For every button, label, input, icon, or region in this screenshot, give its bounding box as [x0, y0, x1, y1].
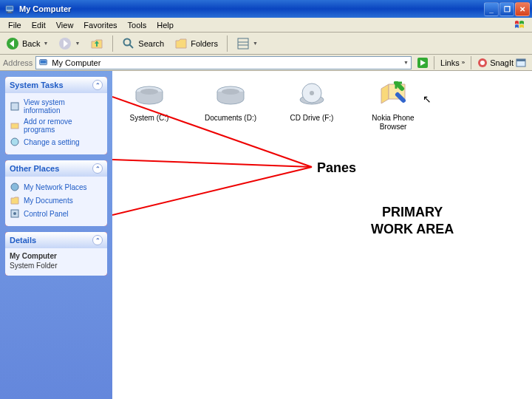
svg-rect-12	[41, 60, 47, 63]
drive-system-c[interactable]: System (C:)	[120, 81, 179, 132]
drive-documents-d[interactable]: Documents (D:)	[201, 81, 260, 132]
restore-button[interactable]: ❐	[499, 2, 514, 16]
details-title: Details	[10, 236, 36, 245]
annotation-panes: Panes	[316, 160, 358, 177]
details-name: My Computer	[10, 252, 103, 260]
system-tasks-title: System Tasks	[10, 81, 64, 89]
toolbar-separator	[471, 56, 471, 69]
svg-rect-17	[516, 59, 525, 61]
svg-rect-3	[7, 13, 13, 13]
minimize-button[interactable]: _	[484, 2, 499, 16]
annotation-primary-line1: PRIMARY	[371, 204, 454, 221]
collapse-button[interactable]: ⌃	[92, 163, 103, 174]
links-toolbar[interactable]: Links »	[437, 58, 468, 67]
folder-up-icon	[90, 37, 103, 50]
task-label: View system information	[24, 98, 103, 115]
menu-file[interactable]: File	[3, 19, 27, 31]
folders-label: Folders	[191, 39, 218, 48]
links-label: Links	[440, 58, 460, 67]
go-button[interactable]	[415, 58, 431, 68]
standard-toolbar: Back ▼ ▼ Search Folders ▼	[0, 33, 532, 55]
chevron-down-icon: ▼	[253, 41, 258, 46]
window-titlebar: My Computer _ ❐ ✕	[0, 0, 532, 18]
drive-nokia-browser[interactable]: Nokia Phone Browser	[364, 81, 423, 132]
info-icon	[10, 101, 20, 112]
collapse-button[interactable]: ⌃	[92, 235, 103, 245]
place-control-panel[interactable]: Control Panel	[10, 207, 103, 220]
chevron-right-icon: »	[462, 59, 465, 66]
hard-drive-icon	[214, 81, 247, 109]
svg-line-32	[112, 160, 312, 167]
svg-point-25	[140, 89, 158, 95]
drive-label: Documents (D:)	[205, 114, 256, 123]
place-my-documents[interactable]: My Documents	[10, 194, 103, 207]
back-button[interactable]: Back ▼	[3, 35, 51, 52]
collapse-button[interactable]: ⌃	[92, 80, 103, 90]
svg-rect-18	[11, 103, 18, 110]
address-field[interactable]: ▼	[35, 56, 412, 69]
forward-button[interactable]: ▼	[55, 35, 83, 52]
drive-label: CD Drive (F:)	[290, 114, 334, 123]
hard-drive-icon	[133, 81, 166, 109]
snagit-label: SnagIt	[490, 58, 514, 67]
windows-flag-icon	[510, 18, 531, 33]
chevron-down-icon: ▼	[43, 41, 48, 46]
other-places-title: Other Places	[10, 164, 59, 173]
drive-cd-f[interactable]: CD Drive (F:)	[282, 81, 341, 132]
folders-button[interactable]: Folders	[171, 35, 221, 52]
svg-point-23	[13, 212, 16, 215]
task-change-setting[interactable]: Change a setting	[10, 135, 103, 149]
address-label: Address	[3, 58, 33, 67]
menu-help[interactable]: Help	[151, 19, 179, 31]
place-label: My Documents	[24, 197, 73, 205]
snagit-toolbar[interactable]: SnagIt	[474, 58, 529, 68]
network-places-icon	[10, 182, 20, 192]
task-view-system-info[interactable]: View system information	[10, 97, 103, 116]
window-title: My Computer	[19, 4, 484, 13]
forward-icon	[58, 37, 72, 50]
toolbar-separator	[227, 35, 228, 52]
snagit-icon	[477, 58, 488, 68]
views-icon	[236, 37, 250, 50]
mouse-cursor-icon: ↖	[423, 93, 432, 105]
svg-point-21	[11, 183, 18, 191]
svg-rect-1	[7, 7, 13, 10]
svg-rect-8	[238, 38, 248, 49]
svg-line-33	[112, 167, 312, 215]
my-computer-icon	[4, 4, 16, 14]
other-places-panel: Other Places ⌃ My Network Places My Docu…	[5, 160, 107, 226]
svg-point-30	[310, 91, 314, 95]
cd-drive-icon	[296, 81, 328, 109]
back-icon	[6, 37, 19, 50]
search-label: Search	[138, 39, 164, 48]
task-label: Change a setting	[24, 138, 80, 146]
task-add-remove-programs[interactable]: Add or remove programs	[10, 116, 103, 135]
up-button[interactable]	[87, 35, 106, 52]
menu-view[interactable]: View	[51, 19, 79, 31]
go-icon	[417, 58, 428, 68]
control-panel-icon	[10, 137, 20, 147]
system-tasks-panel: System Tasks ⌃ View system information A…	[5, 77, 107, 154]
svg-point-15	[480, 61, 485, 65]
task-pane: System Tasks ⌃ View system information A…	[0, 71, 112, 399]
place-label: Control Panel	[24, 210, 69, 218]
folder-view[interactable]: System (C:) Documents (D:) CD Drive (F:)…	[112, 71, 532, 399]
views-button[interactable]: ▼	[233, 35, 261, 52]
snagit-window-icon	[516, 58, 526, 68]
chevron-down-icon[interactable]: ▼	[403, 60, 409, 65]
chevron-down-icon: ▼	[75, 41, 80, 46]
close-button[interactable]: ✕	[515, 2, 530, 16]
menu-favorites[interactable]: Favorites	[78, 19, 122, 31]
menu-edit[interactable]: Edit	[27, 19, 51, 31]
svg-rect-2	[8, 11, 12, 12]
search-icon	[122, 37, 135, 50]
address-input[interactable]	[52, 58, 400, 67]
annotation-primary-work-area: PRIMARY WORK AREA	[371, 204, 454, 237]
phone-browser-icon	[377, 81, 409, 109]
toolbar-separator	[434, 56, 434, 69]
place-my-network-places[interactable]: My Network Places	[10, 180, 103, 194]
drive-label: Nokia Phone Browser	[364, 114, 423, 132]
menu-tools[interactable]: Tools	[123, 19, 152, 31]
folders-icon	[174, 37, 188, 50]
search-button[interactable]: Search	[119, 35, 167, 52]
